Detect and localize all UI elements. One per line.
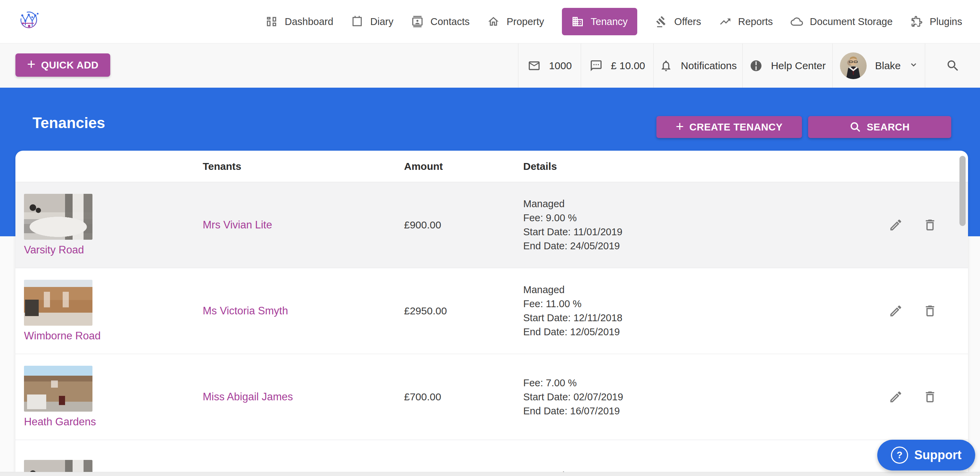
row-actions bbox=[878, 390, 968, 404]
horizontal-scrollbar-track[interactable] bbox=[0, 472, 980, 476]
nav-item-label: Tenancy bbox=[591, 16, 628, 27]
property-photo[interactable] bbox=[24, 366, 92, 412]
detail-line: End Date: 12/05/2019 bbox=[523, 325, 878, 339]
property-photo[interactable] bbox=[24, 194, 92, 240]
search-icon bbox=[946, 59, 960, 73]
tenant-cell: Mrs Vivian Lite bbox=[203, 219, 404, 231]
table-row: Wimborne Road Ms Victoria Smyth £2950.00… bbox=[16, 268, 968, 354]
detail-line: Start Date: 11/01/2019 bbox=[523, 225, 878, 239]
balance-value: £ 10.00 bbox=[611, 60, 645, 72]
question-icon: ? bbox=[891, 447, 908, 464]
tenant-cell: Ms Victoria Smyth bbox=[203, 305, 404, 317]
user-avatar bbox=[840, 53, 867, 79]
search-button[interactable]: SEARCH bbox=[808, 116, 951, 138]
row-actions bbox=[878, 218, 968, 232]
property-cell: Heath Gardens bbox=[16, 366, 203, 428]
quick-add-button[interactable]: + QUICK ADD bbox=[16, 53, 110, 77]
details-cell: ManagedFee: 9.00 %Start Date: 11/01/2019… bbox=[523, 197, 878, 253]
detail-line: End Date: 24/05/2019 bbox=[523, 239, 878, 253]
column-header-tenants: Tenants bbox=[203, 161, 404, 172]
edit-icon[interactable] bbox=[889, 218, 903, 232]
tenant-link[interactable]: Ms Victoria Smyth bbox=[203, 305, 288, 317]
page-title: Tenancies bbox=[33, 115, 105, 132]
property-link[interactable]: Heath Gardens bbox=[24, 416, 96, 428]
nav-item-document-storage[interactable]: Document Storage bbox=[791, 15, 892, 28]
support-button[interactable]: ? Support bbox=[877, 440, 975, 471]
delete-icon[interactable] bbox=[923, 218, 937, 232]
top-nav-bar: DashboardDiaryContactsPropertyTenancyOff… bbox=[0, 0, 980, 43]
detail-line: Fee: 7.00 % bbox=[523, 376, 878, 390]
delete-icon[interactable] bbox=[923, 304, 937, 318]
sms-balance[interactable]: £ 10.00 bbox=[581, 43, 654, 88]
table-row: Varsity Road Mrs Vivian Lite £900.00 Man… bbox=[16, 182, 968, 268]
create-tenancy-label: CREATE TENANCY bbox=[689, 122, 783, 133]
nav-item-diary[interactable]: Diary bbox=[351, 15, 393, 28]
nav-item-dashboard[interactable]: Dashboard bbox=[266, 15, 333, 28]
toolbar: + QUICK ADD 1000 £ 10.00 Notifications H… bbox=[0, 43, 980, 88]
amount-value: £900.00 bbox=[404, 219, 523, 231]
vertical-scrollbar-thumb[interactable] bbox=[959, 156, 966, 226]
plus-icon: + bbox=[27, 57, 36, 72]
details-cell: ManagedFee: 11.00 %Start Date: 12/11/201… bbox=[523, 283, 878, 339]
property-link[interactable]: Varsity Road bbox=[24, 244, 84, 256]
nav-item-reports[interactable]: Reports bbox=[719, 15, 773, 28]
user-name: Blake bbox=[875, 60, 900, 72]
table-row: ManagedFee: 9.00 % bbox=[16, 440, 968, 476]
help-center-button[interactable]: Help Center bbox=[742, 43, 833, 88]
nav-item-label: Plugins bbox=[930, 16, 962, 27]
nav-item-label: Reports bbox=[738, 16, 773, 27]
tenancy-icon bbox=[571, 15, 584, 28]
tenant-link[interactable]: Mrs Vivian Lite bbox=[203, 219, 272, 231]
contacts-icon bbox=[411, 15, 423, 28]
nav-item-label: Contacts bbox=[430, 16, 469, 27]
global-search-button[interactable] bbox=[925, 43, 980, 88]
nav-item-contacts[interactable]: Contacts bbox=[411, 15, 469, 28]
delete-icon[interactable] bbox=[923, 390, 937, 404]
column-header-details: Details bbox=[523, 161, 878, 172]
detail-line: Fee: 11.00 % bbox=[523, 297, 878, 311]
app-logo[interactable] bbox=[18, 8, 40, 31]
bell-icon bbox=[660, 59, 673, 72]
nav-item-label: Offers bbox=[674, 16, 701, 27]
plus-icon: + bbox=[676, 119, 684, 133]
nav-item-plugins[interactable]: Plugins bbox=[910, 15, 962, 28]
amount-value: £700.00 bbox=[404, 391, 523, 403]
nav-item-label: Dashboard bbox=[285, 16, 333, 27]
property-photo[interactable] bbox=[24, 280, 92, 326]
search-icon bbox=[850, 121, 861, 133]
dashboard-icon bbox=[266, 15, 278, 28]
detail-line: Start Date: 12/11/2018 bbox=[523, 311, 878, 325]
create-tenancy-button[interactable]: + CREATE TENANCY bbox=[656, 116, 802, 138]
edit-icon[interactable] bbox=[889, 304, 903, 318]
table-header: Tenants Amount Details bbox=[16, 151, 968, 182]
tenant-link[interactable]: Miss Abigail James bbox=[203, 391, 293, 403]
detail-line: End Date: 16/07/2019 bbox=[523, 404, 878, 418]
property-cell: Varsity Road bbox=[16, 194, 203, 256]
primary-nav: DashboardDiaryContactsPropertyTenancyOff… bbox=[266, 0, 962, 43]
column-header-amount: Amount bbox=[404, 161, 523, 172]
details-cell: Fee: 7.00 %Start Date: 02/07/2019End Dat… bbox=[523, 376, 878, 418]
mail-counter[interactable]: 1000 bbox=[518, 43, 581, 88]
search-label: SEARCH bbox=[867, 122, 910, 133]
nav-item-tenancy[interactable]: Tenancy bbox=[562, 8, 637, 35]
diary-icon bbox=[351, 15, 363, 28]
tenant-cell: Miss Abigail James bbox=[203, 391, 404, 403]
offers-icon bbox=[655, 15, 667, 28]
edit-icon[interactable] bbox=[889, 390, 903, 404]
table-row: Heath Gardens Miss Abigail James £700.00… bbox=[16, 354, 968, 440]
notifications-button[interactable]: Notifications bbox=[653, 43, 743, 88]
detail-line: Start Date: 02/07/2019 bbox=[523, 390, 878, 404]
plugins-icon bbox=[910, 15, 923, 28]
nav-item-property[interactable]: Property bbox=[487, 15, 544, 28]
tenancies-card: Tenants Amount Details Varsity Road Mrs … bbox=[16, 151, 968, 476]
user-menu[interactable]: Blake bbox=[832, 43, 925, 88]
notifications-label: Notifications bbox=[681, 60, 737, 72]
property-link[interactable]: Wimborne Road bbox=[24, 330, 101, 342]
nav-item-label: Diary bbox=[370, 16, 393, 27]
document-storage-icon bbox=[791, 15, 803, 28]
property-icon bbox=[487, 15, 500, 28]
support-label: Support bbox=[914, 448, 961, 462]
mail-icon bbox=[528, 59, 541, 72]
nav-item-offers[interactable]: Offers bbox=[655, 15, 701, 28]
nav-item-label: Document Storage bbox=[810, 16, 892, 27]
